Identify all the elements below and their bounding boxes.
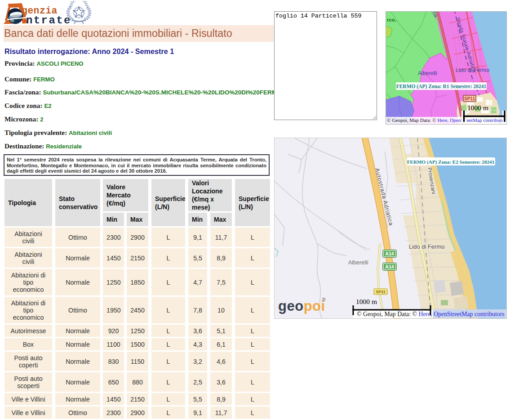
svg-text:1000 m: 1000 m	[356, 298, 377, 305]
svg-text:SP11: SP11	[464, 96, 475, 101]
svg-text:SP11: SP11	[376, 290, 386, 294]
svg-text:FERMO (AP) Zona: E2 Semestre:: FERMO (AP) Zona: E2 Semestre: 20241	[407, 159, 495, 165]
svg-text:ntrate: ntrate	[26, 14, 71, 27]
svg-text:rco.: rco.	[387, 17, 396, 22]
svg-text:Alberelli: Alberelli	[348, 259, 368, 266]
svg-text:Lido di Fermo: Lido di Fermo	[456, 67, 489, 73]
svg-text:A14: A14	[385, 251, 394, 256]
svg-text:1000 m: 1000 m	[467, 104, 488, 112]
svg-text:Alberelli: Alberelli	[418, 70, 437, 76]
svg-text:Lido di Fermo: Lido di Fermo	[409, 243, 444, 250]
svg-text:© Geopoi, Map Data: © Here, Op: © Geopoi, Map Data: © Here, OpenStreetMa…	[387, 117, 506, 123]
svg-text:®: ®	[322, 297, 326, 302]
svg-text:A14: A14	[385, 264, 394, 269]
svg-text:FERMO (AP) Zona: R1 Semestre:: FERMO (AP) Zona: R1 Semestre: 20241	[396, 84, 487, 89]
svg-text:geopoi: geopoi	[278, 298, 325, 314]
